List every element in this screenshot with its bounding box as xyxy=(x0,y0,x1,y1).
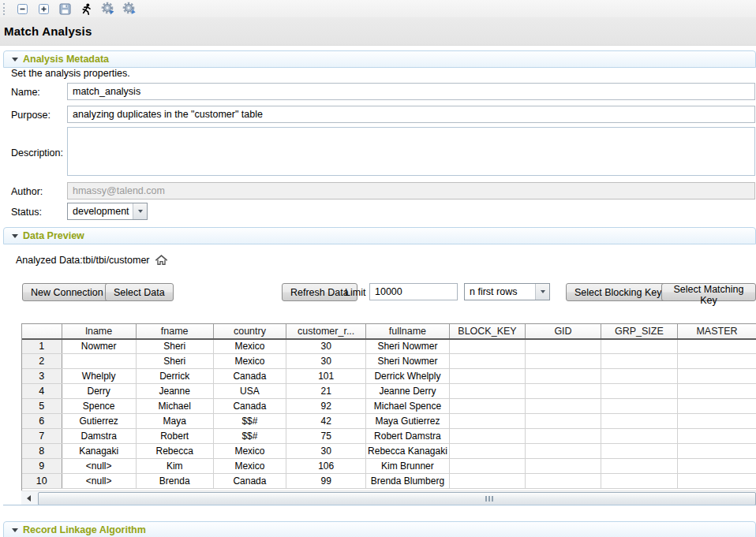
table-cell xyxy=(601,474,677,489)
section-record-linkage-algorithm[interactable]: Record Linkage Algorithm xyxy=(3,521,756,537)
description-label: Description: xyxy=(11,147,63,158)
table-row[interactable]: 6GutierrezMaya$$#42Maya Gutierrez xyxy=(22,414,756,429)
limit-label: Limit xyxy=(345,287,365,298)
analyzed-data-label: Analyzed Data:tbi/tbi/customer xyxy=(16,255,150,266)
table-cell: Robert xyxy=(136,429,213,444)
table-cell: Canada xyxy=(213,399,286,414)
match-analysis-editor: Match Analysis Analysis Metadata Set the… xyxy=(0,0,756,537)
row-number-header[interactable] xyxy=(22,324,62,339)
table-cell: Rebecca Kanagaki xyxy=(366,444,450,459)
table-cell: Brenda Blumberg xyxy=(366,474,450,489)
table-cell: Derrick Whelply xyxy=(366,369,450,384)
status-dropdown-value: development xyxy=(68,206,133,217)
table-cell xyxy=(449,369,525,384)
table-row[interactable]: 10<null>BrendaCanada99Brenda Blumberg xyxy=(22,474,756,489)
table-cell xyxy=(526,414,601,429)
row-number-cell: 10 xyxy=(22,474,62,489)
table-row[interactable]: 5SpenceMichaelCanada92Michael Spence xyxy=(22,399,756,414)
table-cell xyxy=(449,399,525,414)
table-cell: Mexico xyxy=(213,444,286,459)
table-cell xyxy=(677,429,756,444)
scrollbar-thumb[interactable] xyxy=(38,492,756,505)
table-cell: Jeanne Derry xyxy=(366,384,450,399)
table-cell xyxy=(601,399,677,414)
row-number-cell: 7 xyxy=(22,429,62,444)
table-cell: <null> xyxy=(62,474,136,489)
table-row[interactable]: 8KanagakiRebeccaMexico30Rebecca Kanagaki xyxy=(22,444,756,459)
section-data-preview[interactable]: Data Preview xyxy=(3,227,756,244)
status-dropdown[interactable]: development xyxy=(67,203,148,220)
table-cell xyxy=(601,414,677,429)
table-cell: Brenda xyxy=(136,474,213,489)
row-number-cell: 9 xyxy=(22,459,62,474)
scroll-left-arrow-icon[interactable] xyxy=(21,491,36,505)
row-number-cell: 5 xyxy=(22,399,62,414)
table-cell: Nowmer xyxy=(62,339,136,354)
collapse-all-icon[interactable] xyxy=(15,2,30,16)
table-cell xyxy=(601,369,677,384)
section-bottom-divider xyxy=(3,505,756,505)
table-row[interactable]: 3WhelplyDerrickCanada101Derrick Whelply xyxy=(22,369,756,384)
rows-mode-dropdown[interactable]: n first rows xyxy=(464,283,550,300)
name-label: Name: xyxy=(11,87,40,98)
toolbar-drag-handle[interactable] xyxy=(3,3,7,15)
column-header-BLOCK_KEY[interactable]: BLOCK_KEY xyxy=(449,324,525,339)
home-icon[interactable] xyxy=(155,254,168,267)
table-row[interactable]: 1NowmerSheriMexico30Sheri Nowmer xyxy=(22,339,756,354)
table-row[interactable]: 7DamstraRobert$$#75Robert Damstra xyxy=(22,429,756,444)
table-cell: Maya Gutierrez xyxy=(366,414,450,429)
limit-input[interactable] xyxy=(369,283,458,300)
table-cell xyxy=(677,354,756,369)
table-cell: Kanagaki xyxy=(62,444,136,459)
table-cell: Sheri xyxy=(136,339,213,354)
description-field[interactable] xyxy=(67,127,755,176)
column-header-lname[interactable]: lname xyxy=(62,324,136,339)
table-cell: Whelply xyxy=(62,369,136,384)
column-header-fname[interactable]: fname xyxy=(136,324,213,339)
run-analysis-icon[interactable] xyxy=(79,2,94,16)
purpose-field[interactable] xyxy=(67,106,755,123)
table-cell: Rebecca xyxy=(136,444,213,459)
data-preview-toolbar: New Connection Select Data Refresh Data … xyxy=(0,282,756,305)
table-cell xyxy=(526,354,601,369)
chevron-down-icon xyxy=(133,203,147,219)
table-cell: Sheri Nowmer xyxy=(366,354,450,369)
table-cell xyxy=(601,339,677,354)
rows-mode-value: n first rows xyxy=(465,286,535,297)
column-header-customer_r...[interactable]: customer_r... xyxy=(286,324,366,339)
refresh-gear-alt-icon[interactable] xyxy=(122,2,137,16)
table-cell: 30 xyxy=(286,444,366,459)
section-analysis-metadata[interactable]: Analysis Metadata xyxy=(3,50,756,68)
table-cell: $$# xyxy=(213,414,286,429)
select-data-button[interactable]: Select Data xyxy=(105,283,174,301)
table-cell xyxy=(677,444,756,459)
horizontal-scrollbar[interactable] xyxy=(21,490,756,505)
table-cell xyxy=(601,444,677,459)
column-header-country[interactable]: country xyxy=(213,324,286,339)
section-title: Record Linkage Algorithm xyxy=(23,524,146,535)
table-row[interactable]: 2SheriMexico30Sheri Nowmer xyxy=(22,354,756,369)
column-header-GID[interactable]: GID xyxy=(526,324,601,339)
table-cell: Kim xyxy=(136,459,213,474)
select-matching-key-button[interactable]: Select Matching Key xyxy=(661,283,756,301)
table-cell: Mexico xyxy=(213,459,286,474)
table-cell: 30 xyxy=(286,354,366,369)
save-icon[interactable] xyxy=(58,2,73,16)
status-label: Status: xyxy=(11,207,42,218)
select-blocking-key-button[interactable]: Select Blocking Key xyxy=(566,283,670,301)
name-field[interactable] xyxy=(67,83,755,100)
new-connection-button[interactable]: New Connection xyxy=(22,283,112,301)
table-row[interactable]: 4DerryJeanneUSA21Jeanne Derry xyxy=(22,384,756,399)
column-header-fullname[interactable]: fullname xyxy=(366,324,450,339)
table-cell: Maya xyxy=(136,414,213,429)
table-row[interactable]: 9<null>KimMexico106Kim Brunner xyxy=(22,459,756,474)
expand-all-icon[interactable] xyxy=(36,2,51,16)
toolbar xyxy=(0,0,756,17)
section-collapse-icon xyxy=(12,234,18,238)
table: lnamefnamecountrycustomer_r...fullnameBL… xyxy=(22,323,756,489)
table-cell: 101 xyxy=(286,369,366,384)
column-header-GRP_SIZE[interactable]: GRP_SIZE xyxy=(601,324,677,339)
column-header-MASTER[interactable]: MASTER xyxy=(677,324,756,339)
table-cell xyxy=(677,384,756,399)
refresh-gear-icon[interactable] xyxy=(100,2,115,16)
